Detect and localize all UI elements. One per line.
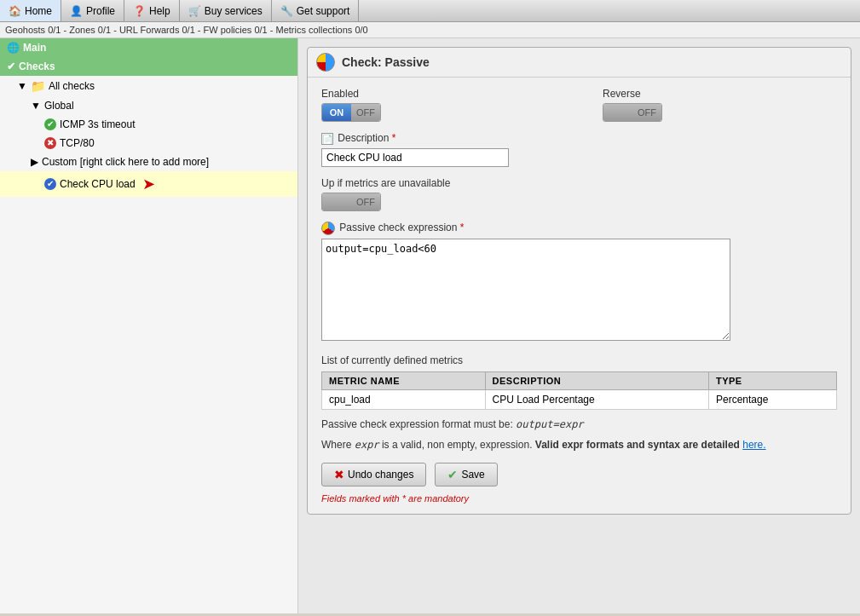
- main-layout: 🌐 Main ✔ Checks ▼ 📁 All checks ▼ Global …: [0, 38, 860, 613]
- mandatory-star: *: [402, 493, 408, 504]
- buy-icon: 🛒: [188, 5, 201, 17]
- reverse-off-right[interactable]: OFF: [632, 104, 661, 121]
- passive-expr-group: Passive check expression * output=cpu_lo…: [321, 222, 837, 341]
- save-icon: ✔: [447, 468, 458, 481]
- sidebar-item-tcp[interactable]: ✖ TCP/80: [0, 134, 297, 153]
- col-description: Description: [485, 371, 708, 389]
- nav-home[interactable]: 🏠 Home: [0, 0, 61, 21]
- sidebar-item-custom[interactable]: ▶ Custom [right click here to add more]: [0, 153, 297, 171]
- undo-label: Undo changes: [348, 469, 413, 481]
- support-icon: 🔧: [280, 5, 293, 17]
- passive-check-icon: [316, 53, 335, 72]
- sidebar-custom-label: Custom [right click here to add more]: [42, 156, 209, 168]
- nav-profile-label: Profile: [86, 5, 115, 17]
- cpu-load-status-icon: ✔: [44, 178, 56, 190]
- description-group: 📄 Description *: [321, 132, 837, 167]
- up-metrics-off-left[interactable]: [322, 193, 351, 210]
- toggle-on[interactable]: ON: [322, 104, 351, 121]
- sidebar: 🌐 Main ✔ Checks ▼ 📁 All checks ▼ Global …: [0, 38, 298, 613]
- reverse-off-left[interactable]: [603, 104, 632, 121]
- enabled-toggle[interactable]: ON OFF: [321, 103, 381, 122]
- home-icon: 🏠: [9, 5, 21, 17]
- passive-icon: [321, 222, 335, 235]
- panel-header: Check: Passive: [308, 48, 851, 78]
- sidebar-item-checks[interactable]: ✔ Checks: [0, 57, 297, 76]
- action-buttons: ✖ Undo changes ✔ Save: [321, 463, 837, 486]
- nav-home-label: Home: [25, 5, 52, 17]
- here-link[interactable]: here.: [742, 439, 765, 451]
- save-button[interactable]: ✔ Save: [435, 463, 497, 486]
- metric-desc-cell: CPU Load Percentage: [485, 389, 708, 409]
- nav-help[interactable]: ❓ Help: [124, 0, 180, 21]
- sidebar-item-global[interactable]: ▼ Global: [0, 96, 297, 115]
- sidebar-item-cpu-load[interactable]: ✔ Check CPU load ➤: [0, 171, 297, 197]
- sidebar-global-label: Global: [44, 100, 74, 112]
- expand-global-icon: ▼: [31, 100, 41, 112]
- check-panel: Check: Passive Enabled ON OFF Reverse: [307, 47, 851, 515]
- sidebar-item-icmp[interactable]: ✔ ICMP 3s timeout: [0, 115, 297, 134]
- sidebar-icmp-label: ICMP 3s timeout: [60, 118, 135, 130]
- nav-support-label: Get support: [297, 5, 350, 17]
- sidebar-checks-label: Checks: [19, 60, 55, 72]
- description-input[interactable]: [321, 148, 509, 167]
- save-label: Save: [461, 469, 484, 481]
- folder-icon: 📁: [31, 79, 45, 93]
- mandatory-note: Fields marked with * are mandatory: [321, 493, 837, 504]
- undo-button[interactable]: ✖ Undo changes: [321, 463, 426, 486]
- checks-check-icon: ✔: [7, 60, 15, 72]
- enabled-reverse-row: Enabled ON OFF Reverse OFF: [321, 88, 837, 122]
- tcp-status-icon: ✖: [44, 137, 56, 149]
- up-metrics-group: Up if metrics are unavailable OFF: [321, 177, 837, 211]
- breadcrumb: Geohosts 0/1 - Zones 0/1 - URL Forwards …: [0, 22, 860, 38]
- nav-help-label: Help: [149, 5, 170, 17]
- passive-expr-label: Passive check expression *: [321, 222, 837, 235]
- sidebar-tcp-label: TCP/80: [60, 137, 95, 149]
- reverse-group: Reverse OFF: [603, 88, 662, 122]
- nav-profile[interactable]: 👤 Profile: [61, 0, 124, 21]
- metrics-table: Metric Name Description Type cpu_load CP…: [321, 371, 837, 410]
- col-type: Type: [708, 371, 836, 389]
- nav-buy-label: Buy services: [205, 5, 263, 17]
- up-metrics-toggle[interactable]: OFF: [321, 193, 381, 211]
- undo-icon: ✖: [334, 468, 344, 481]
- sidebar-all-checks-label: All checks: [49, 80, 95, 92]
- table-row: cpu_load CPU Load Percentage Percentage: [322, 389, 837, 409]
- metric-type-cell: Percentage: [708, 389, 836, 409]
- toggle-off[interactable]: OFF: [351, 104, 380, 121]
- format-note: Passive check expression format must be:…: [321, 418, 837, 430]
- top-navigation: 🏠 Home 👤 Profile ❓ Help 🛒 Buy services 🔧…: [0, 0, 860, 22]
- enabled-group: Enabled ON OFF: [321, 88, 381, 122]
- reverse-label: Reverse: [603, 88, 662, 100]
- metrics-section: List of currently defined metrics Metric…: [321, 354, 837, 410]
- help-icon: ❓: [133, 5, 146, 17]
- sidebar-cpu-load-label: Check CPU load: [60, 178, 136, 190]
- panel-body: Enabled ON OFF Reverse OFF: [308, 78, 851, 514]
- panel-title: Check: Passive: [342, 55, 430, 69]
- metrics-label: List of currently defined metrics: [321, 354, 837, 366]
- main-icon: 🌐: [7, 42, 20, 54]
- sidebar-item-main[interactable]: 🌐 Main: [0, 38, 297, 57]
- expand-icon: ▼: [17, 80, 27, 92]
- metric-name-cell: cpu_load: [322, 389, 486, 409]
- reverse-toggle[interactable]: OFF: [603, 103, 662, 122]
- icmp-status-icon: ✔: [44, 118, 56, 130]
- profile-icon: 👤: [70, 5, 83, 17]
- description-icon: 📄: [321, 133, 333, 145]
- up-metrics-label: Up if metrics are unavailable: [321, 177, 837, 189]
- expand-custom-icon: ▶: [31, 156, 38, 168]
- nav-get-support[interactable]: 🔧 Get support: [272, 0, 360, 21]
- content-area: Check: Passive Enabled ON OFF Reverse: [298, 38, 860, 613]
- description-label: 📄 Description *: [321, 132, 837, 145]
- sidebar-main-label: Main: [23, 42, 46, 54]
- nav-buy-services[interactable]: 🛒 Buy services: [180, 0, 272, 21]
- col-metric-name: Metric Name: [322, 371, 486, 389]
- sidebar-item-all-checks[interactable]: ▼ 📁 All checks: [0, 76, 297, 96]
- arrow-indicator: ➤: [142, 175, 155, 193]
- where-note: Where expr is a valid, non empty, expres…: [321, 439, 837, 451]
- passive-expr-input[interactable]: output=cpu_load<60: [321, 239, 730, 341]
- up-metrics-off-right[interactable]: OFF: [351, 193, 380, 210]
- enabled-label: Enabled: [321, 88, 381, 100]
